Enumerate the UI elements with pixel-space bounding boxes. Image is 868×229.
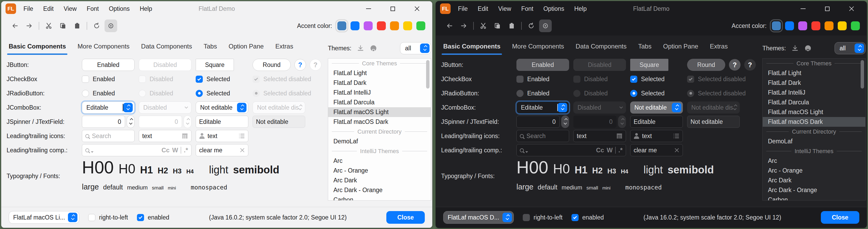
search-with-options-input[interactable]: CcW.* [82,144,191,156]
tab-basic-components[interactable]: Basic Components [9,43,66,52]
checkbox-selected[interactable]: Selected [196,76,230,83]
menu-help[interactable]: Help [574,5,587,12]
show-hidden-toggle[interactable] [104,20,117,32]
search-input[interactable]: Search [82,130,134,142]
show-hidden-toggle[interactable] [539,20,552,32]
minimize-button[interactable] [796,3,810,14]
accent-swatch-2[interactable] [350,21,360,30]
round-button[interactable]: Round [687,59,725,71]
scrollbar-thumb[interactable] [426,60,430,89]
theme-item-flatlaf-intellij[interactable]: FlatLaf IntelliJ [328,88,431,97]
accent-swatch-3[interactable] [364,21,373,30]
clear-icon[interactable] [674,148,679,153]
calendar-icon[interactable] [182,133,188,139]
tab-basic-components[interactable]: Basic Components [443,43,500,52]
tab-option-pane[interactable]: Option Pane [228,43,264,52]
round-button[interactable]: Round [253,59,291,71]
chevron-up-down-icon[interactable] [672,103,681,112]
accent-swatch-4[interactable] [811,21,820,30]
close-button[interactable]: Close [386,211,425,224]
combobox-not-editable[interactable]: Not editable [630,102,683,114]
accent-swatch-1[interactable] [772,21,781,30]
radio-selected[interactable]: Selected [196,90,230,97]
scrollbar-thumb[interactable] [861,60,864,89]
checkbox-enabled[interactable]: Enabled [517,76,549,83]
themes-filter-combobox[interactable]: all [835,42,866,54]
regex-button[interactable]: .* [184,146,188,154]
theme-item-flatlaf-macos-dark[interactable]: FlatLaf macOS Dark [763,117,865,127]
chevron-down-icon[interactable] [525,151,528,153]
accent-swatch-6[interactable] [403,21,412,30]
theme-item-flatlaf-macos-light[interactable]: FlatLaf macOS Light [328,107,431,117]
regex-button[interactable]: .* [618,146,623,154]
match-case-button[interactable]: Cc [596,146,604,154]
clear-me-input[interactable]: clear me [630,144,683,156]
user-input[interactable]: text [196,130,248,142]
theme-item-demolaf[interactable]: DemoLaf [763,137,865,146]
chevron-up-down-icon[interactable] [502,213,512,222]
square-button[interactable]: Square [196,59,234,71]
close-button[interactable]: Close [821,211,859,224]
theme-item-carbon[interactable]: Carbon [328,195,431,201]
chevron-up-down-icon[interactable] [855,44,864,53]
minimize-button[interactable] [361,3,376,14]
refresh-button[interactable] [525,20,537,32]
spinner-arrows-icon[interactable] [561,115,569,128]
help-button[interactable]: ? [294,59,306,70]
right-to-left-checkbox[interactable]: right-to-left [88,214,128,221]
list-icon[interactable] [239,133,245,139]
spinner-arrows-icon[interactable] [127,115,134,128]
textfield-editable[interactable]: Editable [196,116,248,128]
theme-item-arc-dark-orange[interactable]: Arc Dark - Orange [763,185,865,195]
theme-item-arc-orange[interactable]: Arc - Orange [763,166,865,175]
accent-swatch-1[interactable] [337,21,346,30]
clear-icon[interactable] [240,148,245,153]
accent-swatch-5[interactable] [825,21,834,30]
chevron-up-down-icon[interactable] [68,213,78,222]
search-with-options-input[interactable]: CcW.* [517,144,626,156]
search-input[interactable]: Search [517,130,569,142]
menu-help[interactable]: Help [140,5,152,12]
radio-selected[interactable]: Selected [630,90,665,97]
theme-item-arc-dark[interactable]: Arc Dark [763,175,865,185]
spinner[interactable]: 0 [517,115,569,128]
accent-swatch-7[interactable] [416,21,425,30]
chevron-up-down-icon[interactable] [123,103,133,112]
menu-file[interactable]: File [458,5,468,12]
user-input[interactable]: text [630,130,683,142]
chevron-up-down-icon[interactable] [558,103,567,112]
download-icon[interactable] [357,45,364,52]
list-icon[interactable] [673,133,679,139]
menu-file[interactable]: File [24,5,33,12]
github-icon[interactable] [804,45,812,52]
tab-data-components[interactable]: Data Components [576,43,626,52]
menu-view[interactable]: View [64,5,76,12]
tab-option-pane[interactable]: Option Pane [663,43,698,52]
tab-extras[interactable]: Extras [710,43,727,52]
close-window-button[interactable] [844,3,859,14]
combobox-editable[interactable]: Editable [517,102,569,114]
theme-item-arc-dark-orange[interactable]: Arc Dark - Orange [328,185,431,195]
menu-view[interactable]: View [498,5,511,12]
calendar-icon[interactable] [616,133,623,139]
chevron-up-down-icon[interactable] [237,103,247,112]
theme-item-flatlaf-darcula[interactable]: FlatLaf Darcula [328,97,431,107]
theme-item-arc[interactable]: Arc [763,156,865,166]
github-icon[interactable] [370,45,377,52]
forward-button[interactable] [23,20,36,32]
menu-font[interactable]: Font [87,5,99,12]
accent-swatch-4[interactable] [377,21,386,30]
theme-item-carbon[interactable]: Carbon [763,195,865,201]
spinner[interactable]: 0 [82,115,134,128]
spinner-value[interactable]: 0 [82,116,125,128]
accent-swatch-7[interactable] [851,21,860,30]
clear-me-input[interactable]: clear me [196,144,248,156]
accent-swatch-5[interactable] [390,21,399,30]
enabled-checkbox[interactable]: enabled [137,214,169,221]
maximize-button[interactable] [385,3,400,14]
menu-edit[interactable]: Edit [43,5,54,12]
right-to-left-checkbox[interactable]: right-to-left [523,214,562,221]
theme-item-flatlaf-intellij[interactable]: FlatLaf IntelliJ [763,88,865,97]
menu-font[interactable]: Font [521,5,533,12]
cut-button[interactable] [477,20,490,32]
